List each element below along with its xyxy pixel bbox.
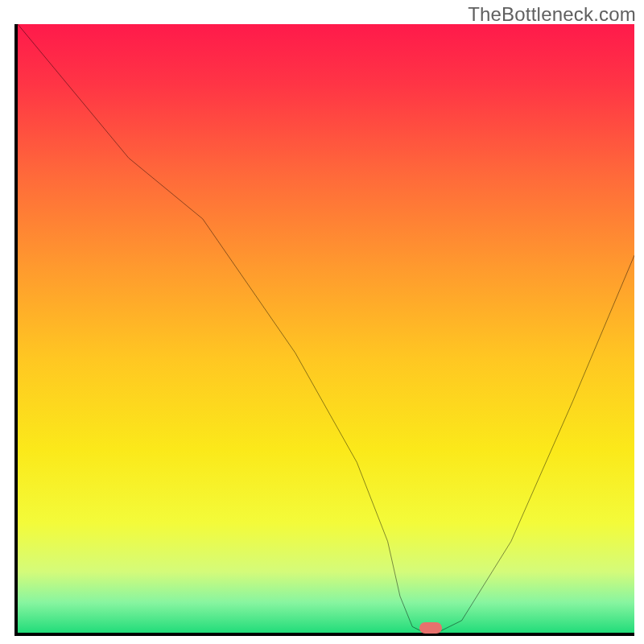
plot-area xyxy=(14,24,634,636)
watermark-text: TheBottleneck.com xyxy=(468,3,636,26)
optimal-marker xyxy=(419,622,442,634)
curve-line xyxy=(18,24,634,633)
